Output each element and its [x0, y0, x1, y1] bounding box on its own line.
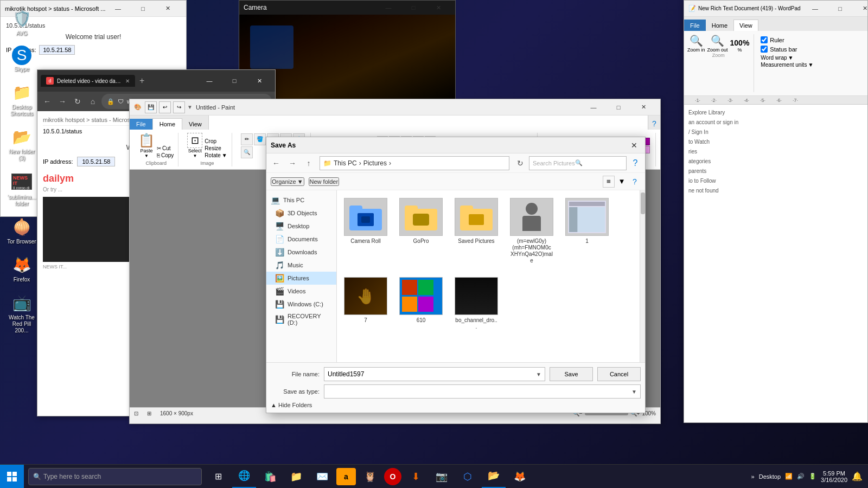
hide-folders-button[interactable]: ▲ Hide Folders [271, 402, 312, 408]
camera-close[interactable]: ✕ [426, 0, 451, 16]
desktop-icon-shortcuts[interactable]: 📁 Desktop Shortcuts [3, 79, 41, 119]
paint-redo-qat[interactable]: ↪ [173, 101, 185, 113]
file-saved-pictures[interactable]: Saved Pictures [452, 195, 501, 267]
taskbar-camera[interactable]: 📷 [430, 465, 454, 489]
taskbar-task-view[interactable]: ⊞ [206, 465, 230, 489]
taskbar-tripadvisor[interactable]: 🦉 [358, 465, 382, 489]
resize-btn[interactable]: Resize [205, 145, 227, 151]
paste-dropdown[interactable]: ▼ [144, 153, 149, 158]
zoom-in-btn[interactable]: 🔍 Zoom in [687, 34, 705, 53]
taskbar-edge[interactable]: 🌐 [232, 465, 256, 489]
rotate-btn[interactable]: Rotate ▼ [205, 152, 227, 158]
scroll-thumb[interactable] [641, 192, 645, 214]
crop-btn[interactable]: Crop [205, 138, 227, 144]
view-dropdown-btn[interactable]: ▼ [617, 176, 627, 188]
zoom-100-btn[interactable]: 100% % [730, 38, 750, 53]
edge-front-minimize[interactable]: — [197, 73, 222, 89]
dialog-help-icon[interactable]: ? [629, 176, 641, 188]
word-wrap-btn[interactable]: Word wrap ▼ [761, 55, 813, 61]
filename-dropdown-arrow[interactable]: ▼ [536, 371, 541, 377]
taskbar-store[interactable]: 🛍️ [258, 465, 282, 489]
left-pane-3dobjects[interactable]: 📦 3D Objects [266, 207, 336, 220]
forward-btn[interactable]: → [56, 95, 69, 108]
start-button[interactable] [0, 465, 24, 489]
desktop-icon-tor[interactable]: 🧅 Tor Browser [3, 214, 41, 247]
desktop-icon-new-folder[interactable]: 📂 New folder (3) [3, 124, 41, 164]
pencil-tool[interactable]: ✏ [241, 133, 253, 145]
desktop-icon-avg[interactable]: 🛡️ AVG [3, 5, 41, 39]
select-dropdown[interactable]: ▼ [193, 153, 197, 158]
view-toggle-btn[interactable]: ≡ [603, 176, 615, 188]
paste-btn[interactable]: 📋 Paste ▼ [138, 133, 155, 158]
file-gopro[interactable]: GoPro [397, 195, 445, 267]
paint-close[interactable]: ✕ [631, 99, 656, 115]
tab-close-icon[interactable]: ✕ [125, 78, 130, 84]
cancel-button[interactable]: Cancel [597, 367, 641, 381]
edge-front-maximize[interactable]: □ [222, 73, 247, 89]
close-btn-hotspot[interactable]: ✕ [156, 1, 181, 17]
paint-save-qat[interactable]: 💾 [145, 101, 157, 113]
paint-tab-file[interactable]: File [130, 119, 152, 130]
paint-minimize[interactable]: — [581, 99, 606, 115]
left-pane-thispc[interactable]: 💻 This PC [266, 194, 336, 207]
save-button[interactable]: Save [550, 367, 593, 381]
desktop-icon-skype[interactable]: S Skype [3, 43, 41, 75]
tray-chevron[interactable]: » [751, 473, 755, 480]
minimize-btn-hotspot[interactable]: — [106, 1, 131, 17]
left-pane-desktop[interactable]: 🖥️ Desktop [266, 220, 336, 233]
maximize-btn-hotspot[interactable]: □ [131, 1, 156, 17]
left-pane-downloads[interactable]: ⬇️ Downloads [266, 246, 336, 259]
filename-value[interactable]: Untitled1597 [328, 370, 364, 378]
paint-qat-arrow[interactable]: ▼ [187, 104, 193, 110]
dialog-back-btn[interactable]: ← [269, 156, 284, 171]
dialog-up-btn[interactable]: ↑ [301, 156, 316, 171]
add-tab-button[interactable]: + [139, 76, 144, 86]
desktop-icon-firefox[interactable]: 🦊 Firefox [3, 252, 41, 285]
saveastype-input[interactable]: ▼ [324, 384, 641, 399]
wordpad-tab-view[interactable]: View [733, 20, 758, 31]
camera-maximize[interactable]: □ [401, 0, 426, 16]
dialog-file-area[interactable]: Camera Roll [337, 190, 640, 362]
desktop-icon-sublimina[interactable]: NEWS IT Il corpo di Gaultier tr... Itali… [3, 168, 41, 209]
measurement-units-btn[interactable]: Measurement units ▼ [761, 62, 813, 68]
ruler-checkbox[interactable] [761, 36, 768, 43]
file-screenshot-1[interactable]: 1 [563, 195, 611, 267]
dialog-address-bar[interactable]: 📁 This PC › Pictures › [320, 156, 509, 170]
wordpad-tab-file[interactable]: File [684, 20, 706, 31]
wordpad-maximize[interactable]: □ [828, 1, 853, 17]
dialog-help-btn[interactable]: ? [628, 156, 643, 171]
wordpad-tab-home[interactable]: Home [706, 20, 733, 31]
home-btn[interactable]: ⌂ [86, 95, 99, 108]
dialog-search-box[interactable]: Search Pictures 🔍 [529, 156, 627, 170]
dialog-refresh-btn[interactable]: ↻ [513, 156, 528, 171]
left-pane-documents[interactable]: 📄 Documents [266, 233, 336, 246]
rotate-dropdown[interactable]: ▼ [222, 152, 227, 158]
camera-minimize[interactable]: — [376, 0, 401, 16]
file-thumb-610[interactable]: 610 [397, 274, 445, 333]
zoom-out-btn[interactable]: 🔍 Zoom out [707, 34, 728, 53]
paint-help-btn[interactable]: ? [648, 118, 660, 130]
left-pane-music[interactable]: 🎵 Music [266, 259, 336, 272]
statusbar-checkbox[interactable] [761, 46, 768, 53]
magnify-tool[interactable]: 🔍 [241, 146, 253, 158]
paint-tab-view[interactable]: View [182, 119, 208, 130]
paint-tab-home[interactable]: Home [152, 118, 182, 130]
taskbar-amazon[interactable]: a [336, 468, 356, 485]
organize-button[interactable]: Organize ▼ [271, 177, 304, 186]
taskbar-opera[interactable]: O [384, 468, 401, 485]
dialog-scrollbar[interactable] [640, 190, 645, 362]
deleted-video-tab[interactable]: d Deleted video - video dailymo... ✕ [41, 75, 135, 87]
file-person-thumb[interactable]: (m=ewlG0y)(mh=FMNOM0cXHYnQa42O)male [507, 195, 556, 267]
wordpad-close[interactable]: ✕ [853, 1, 868, 17]
file-camera-roll[interactable]: Camera Roll [341, 195, 390, 267]
dialog-close-button[interactable]: ✕ [628, 139, 641, 151]
refresh-btn[interactable]: ↻ [71, 95, 84, 108]
left-pane-recovery-d[interactable]: 💾 RECOVERY (D:) [266, 311, 336, 328]
file-thumb-channel[interactable]: bo_channel_dro... [452, 274, 501, 333]
fill-tool[interactable]: 🪣 [254, 133, 266, 145]
paint-maximize[interactable]: □ [606, 99, 631, 115]
dialog-forward-btn[interactable]: → [285, 156, 300, 171]
taskbar-explorer[interactable]: 📁 [284, 465, 308, 489]
notification-icon[interactable]: 🔔 [852, 471, 863, 481]
pictures-crumb[interactable]: Pictures [363, 159, 387, 167]
